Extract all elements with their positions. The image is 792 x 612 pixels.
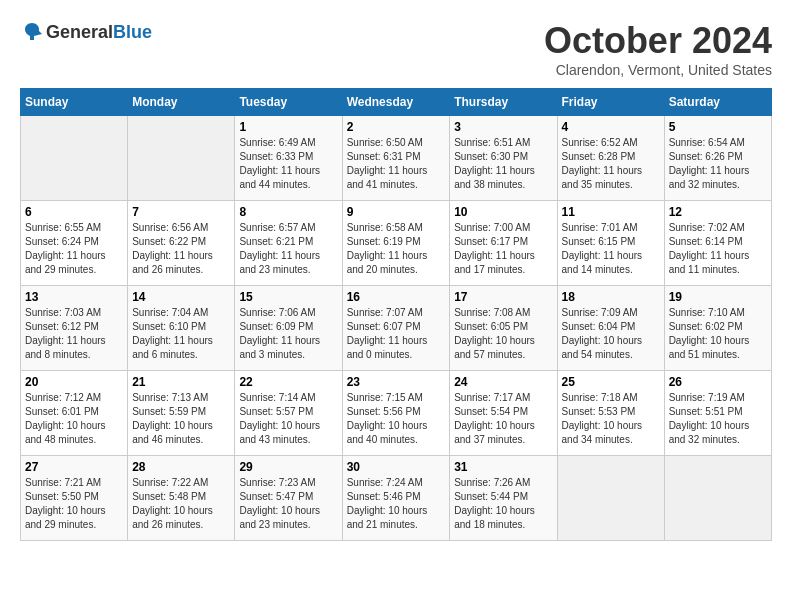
- calendar-cell: 17Sunrise: 7:08 AMSunset: 6:05 PMDayligh…: [450, 286, 557, 371]
- day-info: Sunrise: 6:55 AMSunset: 6:24 PMDaylight:…: [25, 221, 123, 277]
- calendar-cell: 20Sunrise: 7:12 AMSunset: 6:01 PMDayligh…: [21, 371, 128, 456]
- calendar-cell: 3Sunrise: 6:51 AMSunset: 6:30 PMDaylight…: [450, 116, 557, 201]
- day-number: 13: [25, 290, 123, 304]
- day-info: Sunrise: 7:23 AMSunset: 5:47 PMDaylight:…: [239, 476, 337, 532]
- calendar-week-row: 1Sunrise: 6:49 AMSunset: 6:33 PMDaylight…: [21, 116, 772, 201]
- calendar-cell: 12Sunrise: 7:02 AMSunset: 6:14 PMDayligh…: [664, 201, 771, 286]
- day-info: Sunrise: 6:51 AMSunset: 6:30 PMDaylight:…: [454, 136, 552, 192]
- day-info: Sunrise: 7:01 AMSunset: 6:15 PMDaylight:…: [562, 221, 660, 277]
- day-info: Sunrise: 6:56 AMSunset: 6:22 PMDaylight:…: [132, 221, 230, 277]
- day-number: 24: [454, 375, 552, 389]
- calendar-cell: 6Sunrise: 6:55 AMSunset: 6:24 PMDaylight…: [21, 201, 128, 286]
- day-info: Sunrise: 7:12 AMSunset: 6:01 PMDaylight:…: [25, 391, 123, 447]
- day-info: Sunrise: 7:06 AMSunset: 6:09 PMDaylight:…: [239, 306, 337, 362]
- day-info: Sunrise: 7:03 AMSunset: 6:12 PMDaylight:…: [25, 306, 123, 362]
- calendar-cell: 25Sunrise: 7:18 AMSunset: 5:53 PMDayligh…: [557, 371, 664, 456]
- weekday-header: Friday: [557, 89, 664, 116]
- calendar-cell: 18Sunrise: 7:09 AMSunset: 6:04 PMDayligh…: [557, 286, 664, 371]
- logo: General Blue: [20, 20, 152, 44]
- day-number: 26: [669, 375, 767, 389]
- calendar-cell: 27Sunrise: 7:21 AMSunset: 5:50 PMDayligh…: [21, 456, 128, 541]
- calendar-cell: 11Sunrise: 7:01 AMSunset: 6:15 PMDayligh…: [557, 201, 664, 286]
- calendar-cell: 24Sunrise: 7:17 AMSunset: 5:54 PMDayligh…: [450, 371, 557, 456]
- day-number: 25: [562, 375, 660, 389]
- weekday-header: Thursday: [450, 89, 557, 116]
- day-number: 11: [562, 205, 660, 219]
- day-number: 31: [454, 460, 552, 474]
- page-header: General Blue October 2024 Clarendon, Ver…: [20, 20, 772, 78]
- calendar-cell: 14Sunrise: 7:04 AMSunset: 6:10 PMDayligh…: [128, 286, 235, 371]
- calendar-cell: 23Sunrise: 7:15 AMSunset: 5:56 PMDayligh…: [342, 371, 450, 456]
- day-info: Sunrise: 7:26 AMSunset: 5:44 PMDaylight:…: [454, 476, 552, 532]
- calendar-cell: 4Sunrise: 6:52 AMSunset: 6:28 PMDaylight…: [557, 116, 664, 201]
- logo-blue: Blue: [113, 22, 152, 43]
- calendar-cell: 30Sunrise: 7:24 AMSunset: 5:46 PMDayligh…: [342, 456, 450, 541]
- calendar-cell: 1Sunrise: 6:49 AMSunset: 6:33 PMDaylight…: [235, 116, 342, 201]
- day-info: Sunrise: 7:10 AMSunset: 6:02 PMDaylight:…: [669, 306, 767, 362]
- day-number: 19: [669, 290, 767, 304]
- weekday-header: Wednesday: [342, 89, 450, 116]
- day-number: 2: [347, 120, 446, 134]
- calendar-cell: 29Sunrise: 7:23 AMSunset: 5:47 PMDayligh…: [235, 456, 342, 541]
- day-info: Sunrise: 7:09 AMSunset: 6:04 PMDaylight:…: [562, 306, 660, 362]
- day-number: 18: [562, 290, 660, 304]
- day-info: Sunrise: 6:50 AMSunset: 6:31 PMDaylight:…: [347, 136, 446, 192]
- day-info: Sunrise: 7:02 AMSunset: 6:14 PMDaylight:…: [669, 221, 767, 277]
- day-info: Sunrise: 7:13 AMSunset: 5:59 PMDaylight:…: [132, 391, 230, 447]
- day-info: Sunrise: 7:15 AMSunset: 5:56 PMDaylight:…: [347, 391, 446, 447]
- weekday-header-row: SundayMondayTuesdayWednesdayThursdayFrid…: [21, 89, 772, 116]
- day-number: 20: [25, 375, 123, 389]
- day-info: Sunrise: 7:18 AMSunset: 5:53 PMDaylight:…: [562, 391, 660, 447]
- title-area: October 2024 Clarendon, Vermont, United …: [544, 20, 772, 78]
- day-number: 14: [132, 290, 230, 304]
- day-info: Sunrise: 7:14 AMSunset: 5:57 PMDaylight:…: [239, 391, 337, 447]
- calendar-cell: [557, 456, 664, 541]
- day-number: 6: [25, 205, 123, 219]
- calendar-week-row: 6Sunrise: 6:55 AMSunset: 6:24 PMDaylight…: [21, 201, 772, 286]
- calendar-cell: 15Sunrise: 7:06 AMSunset: 6:09 PMDayligh…: [235, 286, 342, 371]
- day-number: 16: [347, 290, 446, 304]
- day-number: 23: [347, 375, 446, 389]
- day-number: 9: [347, 205, 446, 219]
- calendar-cell: 9Sunrise: 6:58 AMSunset: 6:19 PMDaylight…: [342, 201, 450, 286]
- day-info: Sunrise: 6:54 AMSunset: 6:26 PMDaylight:…: [669, 136, 767, 192]
- day-info: Sunrise: 6:52 AMSunset: 6:28 PMDaylight:…: [562, 136, 660, 192]
- day-number: 1: [239, 120, 337, 134]
- day-info: Sunrise: 7:21 AMSunset: 5:50 PMDaylight:…: [25, 476, 123, 532]
- day-number: 4: [562, 120, 660, 134]
- location-title: Clarendon, Vermont, United States: [544, 62, 772, 78]
- day-number: 17: [454, 290, 552, 304]
- day-info: Sunrise: 7:00 AMSunset: 6:17 PMDaylight:…: [454, 221, 552, 277]
- day-info: Sunrise: 7:24 AMSunset: 5:46 PMDaylight:…: [347, 476, 446, 532]
- calendar-cell: 5Sunrise: 6:54 AMSunset: 6:26 PMDaylight…: [664, 116, 771, 201]
- calendar-cell: 16Sunrise: 7:07 AMSunset: 6:07 PMDayligh…: [342, 286, 450, 371]
- logo-general: General: [46, 22, 113, 43]
- day-number: 29: [239, 460, 337, 474]
- calendar-week-row: 13Sunrise: 7:03 AMSunset: 6:12 PMDayligh…: [21, 286, 772, 371]
- calendar-cell: 21Sunrise: 7:13 AMSunset: 5:59 PMDayligh…: [128, 371, 235, 456]
- day-info: Sunrise: 7:17 AMSunset: 5:54 PMDaylight:…: [454, 391, 552, 447]
- calendar-cell: 8Sunrise: 6:57 AMSunset: 6:21 PMDaylight…: [235, 201, 342, 286]
- day-number: 21: [132, 375, 230, 389]
- day-info: Sunrise: 6:58 AMSunset: 6:19 PMDaylight:…: [347, 221, 446, 277]
- calendar-cell: 13Sunrise: 7:03 AMSunset: 6:12 PMDayligh…: [21, 286, 128, 371]
- day-number: 30: [347, 460, 446, 474]
- calendar-cell: [664, 456, 771, 541]
- day-info: Sunrise: 7:07 AMSunset: 6:07 PMDaylight:…: [347, 306, 446, 362]
- weekday-header: Sunday: [21, 89, 128, 116]
- logo-icon: [20, 20, 44, 44]
- day-number: 3: [454, 120, 552, 134]
- calendar-cell: [128, 116, 235, 201]
- month-title: October 2024: [544, 20, 772, 62]
- weekday-header: Tuesday: [235, 89, 342, 116]
- day-number: 22: [239, 375, 337, 389]
- day-info: Sunrise: 7:04 AMSunset: 6:10 PMDaylight:…: [132, 306, 230, 362]
- day-number: 7: [132, 205, 230, 219]
- day-info: Sunrise: 6:57 AMSunset: 6:21 PMDaylight:…: [239, 221, 337, 277]
- day-number: 28: [132, 460, 230, 474]
- calendar-cell: 22Sunrise: 7:14 AMSunset: 5:57 PMDayligh…: [235, 371, 342, 456]
- calendar-cell: [21, 116, 128, 201]
- calendar-table: SundayMondayTuesdayWednesdayThursdayFrid…: [20, 88, 772, 541]
- day-number: 15: [239, 290, 337, 304]
- day-number: 8: [239, 205, 337, 219]
